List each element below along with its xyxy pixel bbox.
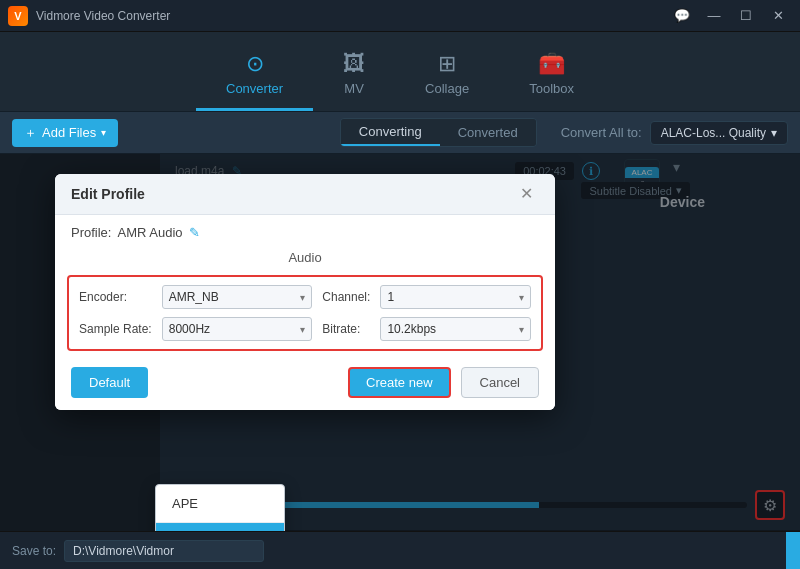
title-bar: V Vidmore Video Converter 💬 — ☐ ✕ <box>0 0 800 32</box>
profile-value: AMR Audio <box>117 225 182 240</box>
save-to-label: Save to: <box>12 544 56 558</box>
convert-all-label: Convert All to: <box>561 125 642 140</box>
app-title: Vidmore Video Converter <box>36 9 170 23</box>
close-button[interactable]: ✕ <box>764 6 792 26</box>
quality-dropdown-arrow: ▾ <box>771 126 777 140</box>
format-dropdown-list: APE AMR MP2 ALAC 🔍 <box>155 484 285 531</box>
sample-rate-label: Sample Rate: <box>79 322 152 336</box>
encoder-arrow: ▾ <box>300 292 305 303</box>
title-bar-controls: 💬 — ☐ ✕ <box>668 6 792 26</box>
collage-label: Collage <box>425 81 469 96</box>
bitrate-value: 10.2kbps <box>387 322 436 336</box>
add-files-label: Add Files <box>42 125 96 140</box>
add-files-button[interactable]: ＋ Add Files ▾ <box>12 119 118 147</box>
channel-arrow: ▾ <box>519 292 524 303</box>
app-icon: V <box>8 6 28 26</box>
save-bar: Save to: D:\Vidmore\Vidmor <box>0 531 800 569</box>
create-new-button[interactable]: Create new <box>348 367 450 398</box>
dialog-close-button[interactable]: ✕ <box>514 184 539 204</box>
toolbox-label: Toolbox <box>529 81 574 96</box>
mv-label: MV <box>344 81 364 96</box>
channel-value: 1 <box>387 290 394 304</box>
dropdown-item-amr[interactable]: AMR <box>156 523 284 531</box>
dialog-profile-row: Profile: AMR Audio ✎ <box>55 215 555 246</box>
main-content: load.m4a ✎ 00:02:43 ℹ ALAC ♫ ▾ Subtitle … <box>0 154 800 531</box>
add-files-dropdown-arrow: ▾ <box>101 127 106 138</box>
converter-icon: ⊙ <box>246 51 264 77</box>
mv-icon: 🖼 <box>343 51 365 77</box>
encoder-select[interactable]: AMR_NB ▾ <box>162 285 313 309</box>
encoder-value: AMR_NB <box>169 290 219 304</box>
cancel-button[interactable]: Cancel <box>461 367 539 398</box>
save-path-display: D:\Vidmore\Vidmor <box>64 540 264 562</box>
sample-rate-value: 8000Hz <box>169 322 210 336</box>
bitrate-select[interactable]: 10.2kbps ▾ <box>380 317 531 341</box>
converted-tab[interactable]: Converted <box>440 119 536 146</box>
default-button[interactable]: Default <box>71 367 148 398</box>
convert-tabs: Converting Converted <box>340 118 537 147</box>
convert-start-button[interactable] <box>786 532 800 569</box>
converter-label: Converter <box>226 81 283 96</box>
nav-tab-toolbox[interactable]: 🧰 Toolbox <box>499 41 604 111</box>
channel-select[interactable]: 1 ▾ <box>380 285 531 309</box>
nav-tab-mv[interactable]: 🖼 MV <box>313 41 395 111</box>
profile-label: Profile: <box>71 225 111 240</box>
edit-profile-dialog: Edit Profile ✕ Profile: AMR Audio ✎ Audi… <box>55 174 555 410</box>
minimize-button[interactable]: — <box>700 6 728 26</box>
sample-rate-select[interactable]: 8000Hz ▾ <box>162 317 313 341</box>
title-bar-left: V Vidmore Video Converter <box>8 6 170 26</box>
nav-tab-collage[interactable]: ⊞ Collage <box>395 41 499 111</box>
chat-button[interactable]: 💬 <box>668 6 696 26</box>
dialog-header: Edit Profile ✕ <box>55 174 555 215</box>
nav-tab-converter[interactable]: ⊙ Converter <box>196 41 313 111</box>
dialog-title: Edit Profile <box>71 186 145 202</box>
encoder-label: Encoder: <box>79 290 152 304</box>
bitrate-arrow: ▾ <box>519 324 524 335</box>
quality-select[interactable]: ALAC-Los... Quality ▾ <box>650 121 788 145</box>
converting-tab[interactable]: Converting <box>341 119 440 146</box>
quality-label: ALAC-Los... Quality <box>661 126 766 140</box>
add-icon: ＋ <box>24 124 37 142</box>
nav-bar: ⊙ Converter 🖼 MV ⊞ Collage 🧰 Toolbox <box>0 32 800 112</box>
dialog-section-label: Audio <box>55 246 555 271</box>
collage-icon: ⊞ <box>438 51 456 77</box>
toolbox-icon: 🧰 <box>538 51 565 77</box>
sample-rate-arrow: ▾ <box>300 324 305 335</box>
dialog-footer: Default Create new Cancel <box>55 355 555 410</box>
profile-edit-icon[interactable]: ✎ <box>189 225 200 240</box>
dropdown-item-ape[interactable]: APE <box>156 485 284 523</box>
channel-label: Channel: <box>322 290 370 304</box>
params-box: Encoder: AMR_NB ▾ Channel: 1 ▾ Sample Ra… <box>67 275 543 351</box>
bitrate-label: Bitrate: <box>322 322 370 336</box>
toolbar: ＋ Add Files ▾ Converting Converted Conve… <box>0 112 800 154</box>
maximize-button[interactable]: ☐ <box>732 6 760 26</box>
